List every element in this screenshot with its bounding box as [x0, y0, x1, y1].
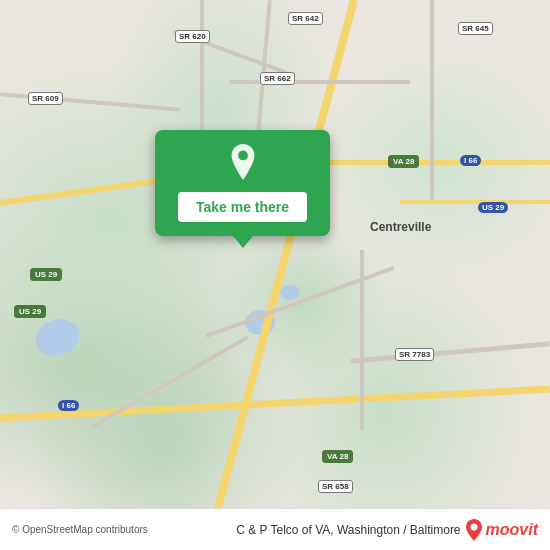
bottom-bar: © OpenStreetMap contributors C & P Telco… [0, 508, 550, 550]
moovit-logo: moovit [465, 519, 538, 541]
moovit-pin-icon [465, 519, 483, 541]
badge-va28b: VA 28 [322, 450, 353, 463]
badge-sr620: SR 620 [175, 30, 210, 43]
badge-sr658: SR 658 [318, 480, 353, 493]
road-horiz-1 [330, 160, 550, 165]
badge-va28a: VA 28 [388, 155, 419, 168]
road-network-1 [360, 250, 364, 430]
take-me-there-button[interactable]: Take me there [178, 192, 307, 222]
badge-sr662: SR 662 [260, 72, 295, 85]
location-pin-icon [225, 144, 261, 180]
badge-sr642: SR 642 [288, 12, 323, 25]
attribution: © OpenStreetMap contributors [12, 524, 148, 535]
badge-sr7783: SR 7783 [395, 348, 434, 361]
badge-us29b: US 29 [14, 305, 46, 318]
road-network-2 [400, 200, 550, 204]
badge-us29a: US 29 [30, 268, 62, 281]
road-diag-2 [430, 0, 434, 200]
svg-point-0 [238, 151, 248, 161]
badge-sr609: SR 609 [28, 92, 63, 105]
map-container: SR 609 SR 620 SR 662 SR 642 SR 645 VA 28… [0, 0, 550, 550]
bottom-right: C & P Telco of VA, Washington / Baltimor… [236, 519, 538, 541]
badge-i66a: I 66 [460, 155, 481, 166]
location-label: C & P Telco of VA, Washington / Baltimor… [236, 523, 460, 537]
badge-i66b: I 66 [58, 400, 79, 411]
moovit-brand-text: moovit [486, 521, 538, 539]
badge-sr645: SR 645 [458, 22, 493, 35]
badge-us29-right: US 29 [478, 202, 508, 213]
city-label-centreville: Centreville [370, 220, 431, 234]
road-sr662 [230, 80, 410, 84]
water-body-3 [280, 285, 300, 300]
popup-card: Take me there [155, 130, 330, 236]
svg-point-1 [470, 523, 477, 530]
